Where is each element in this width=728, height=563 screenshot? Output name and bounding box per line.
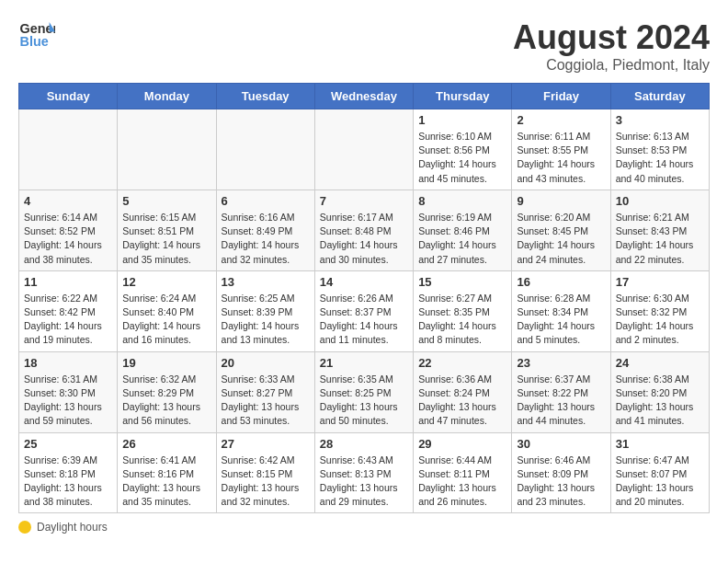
day-number: 29	[418, 437, 506, 451]
day-info: Sunrise: 6:31 AM Sunset: 8:30 PM Dayligh…	[24, 373, 112, 429]
calendar-cell: 28Sunrise: 6:43 AM Sunset: 8:13 PM Dayli…	[314, 432, 413, 513]
calendar-cell: 15Sunrise: 6:27 AM Sunset: 8:35 PM Dayli…	[414, 270, 512, 351]
day-number: 5	[122, 194, 210, 208]
calendar-cell: 24Sunrise: 6:38 AM Sunset: 8:20 PM Dayli…	[610, 351, 709, 432]
day-number: 9	[517, 194, 605, 208]
day-number: 23	[517, 356, 605, 370]
main-title: August 2024	[513, 18, 710, 57]
calendar-cell: 2Sunrise: 6:11 AM Sunset: 8:55 PM Daylig…	[512, 109, 610, 190]
day-info: Sunrise: 6:30 AM Sunset: 8:32 PM Dayligh…	[616, 292, 704, 348]
svg-text:Blue: Blue	[20, 34, 49, 49]
calendar-week-2: 4Sunrise: 6:14 AM Sunset: 8:52 PM Daylig…	[19, 190, 710, 270]
day-number: 1	[418, 113, 506, 127]
day-number: 7	[320, 194, 408, 208]
day-number: 19	[122, 356, 210, 370]
calendar-cell: 4Sunrise: 6:14 AM Sunset: 8:52 PM Daylig…	[19, 190, 118, 270]
day-number: 22	[418, 356, 506, 370]
day-info: Sunrise: 6:39 AM Sunset: 8:18 PM Dayligh…	[24, 454, 112, 510]
calendar-table: SundayMondayTuesdayWednesdayThursdayFrid…	[18, 83, 710, 513]
day-number: 6	[222, 194, 310, 208]
calendar-cell: 30Sunrise: 6:46 AM Sunset: 8:09 PM Dayli…	[512, 432, 610, 513]
calendar-week-1: 1Sunrise: 6:10 AM Sunset: 8:56 PM Daylig…	[19, 109, 710, 190]
day-info: Sunrise: 6:16 AM Sunset: 8:49 PM Dayligh…	[222, 211, 310, 267]
day-info: Sunrise: 6:10 AM Sunset: 8:56 PM Dayligh…	[418, 130, 506, 186]
day-info: Sunrise: 6:22 AM Sunset: 8:42 PM Dayligh…	[24, 292, 112, 348]
calendar-cell: 17Sunrise: 6:30 AM Sunset: 8:32 PM Dayli…	[610, 270, 709, 351]
day-info: Sunrise: 6:21 AM Sunset: 8:43 PM Dayligh…	[616, 211, 704, 267]
col-header-wednesday: Wednesday	[314, 84, 413, 109]
calendar-cell: 29Sunrise: 6:44 AM Sunset: 8:11 PM Dayli…	[414, 432, 512, 513]
calendar-week-4: 18Sunrise: 6:31 AM Sunset: 8:30 PM Dayli…	[19, 351, 710, 432]
day-info: Sunrise: 6:25 AM Sunset: 8:39 PM Dayligh…	[222, 292, 310, 348]
logo-icon: General Blue	[18, 18, 55, 52]
calendar-cell: 31Sunrise: 6:47 AM Sunset: 8:07 PM Dayli…	[610, 432, 709, 513]
logo: General Blue	[18, 18, 57, 52]
day-number: 2	[517, 113, 605, 127]
day-number: 8	[418, 194, 506, 208]
col-header-tuesday: Tuesday	[216, 84, 314, 109]
day-info: Sunrise: 6:28 AM Sunset: 8:34 PM Dayligh…	[517, 292, 605, 348]
calendar-cell: 26Sunrise: 6:41 AM Sunset: 8:16 PM Dayli…	[118, 432, 216, 513]
sun-icon	[18, 521, 31, 534]
day-info: Sunrise: 6:13 AM Sunset: 8:53 PM Dayligh…	[616, 130, 704, 186]
calendar-week-5: 25Sunrise: 6:39 AM Sunset: 8:18 PM Dayli…	[19, 432, 710, 513]
col-header-saturday: Saturday	[610, 84, 709, 109]
day-info: Sunrise: 6:14 AM Sunset: 8:52 PM Dayligh…	[24, 211, 112, 267]
title-block: August 2024 Coggiola, Piedmont, Italy	[513, 18, 710, 74]
day-number: 11	[24, 275, 112, 289]
calendar-cell: 14Sunrise: 6:26 AM Sunset: 8:37 PM Dayli…	[314, 270, 413, 351]
day-info: Sunrise: 6:20 AM Sunset: 8:45 PM Dayligh…	[517, 211, 605, 267]
calendar-cell: 13Sunrise: 6:25 AM Sunset: 8:39 PM Dayli…	[216, 270, 314, 351]
day-number: 13	[222, 275, 310, 289]
day-number: 3	[616, 113, 704, 127]
day-number: 25	[24, 437, 112, 451]
calendar-cell: 27Sunrise: 6:42 AM Sunset: 8:15 PM Dayli…	[216, 432, 314, 513]
subtitle: Coggiola, Piedmont, Italy	[513, 57, 710, 74]
calendar-cell: 21Sunrise: 6:35 AM Sunset: 8:25 PM Dayli…	[314, 351, 413, 432]
day-info: Sunrise: 6:11 AM Sunset: 8:55 PM Dayligh…	[517, 130, 605, 186]
day-number: 24	[616, 356, 704, 370]
day-number: 27	[222, 437, 310, 451]
day-info: Sunrise: 6:44 AM Sunset: 8:11 PM Dayligh…	[418, 454, 506, 510]
calendar-cell: 18Sunrise: 6:31 AM Sunset: 8:30 PM Dayli…	[19, 351, 118, 432]
calendar-header-row: SundayMondayTuesdayWednesdayThursdayFrid…	[19, 84, 710, 109]
day-info: Sunrise: 6:27 AM Sunset: 8:35 PM Dayligh…	[418, 292, 506, 348]
calendar-cell: 7Sunrise: 6:17 AM Sunset: 8:48 PM Daylig…	[314, 190, 413, 270]
day-number: 26	[122, 437, 210, 451]
day-number: 21	[320, 356, 408, 370]
day-info: Sunrise: 6:17 AM Sunset: 8:48 PM Dayligh…	[320, 211, 408, 267]
day-number: 15	[418, 275, 506, 289]
day-number: 10	[616, 194, 704, 208]
page-header: General Blue August 2024 Coggiola, Piedm…	[18, 18, 710, 74]
day-info: Sunrise: 6:38 AM Sunset: 8:20 PM Dayligh…	[616, 373, 704, 429]
day-info: Sunrise: 6:46 AM Sunset: 8:09 PM Dayligh…	[517, 454, 605, 510]
calendar-cell: 11Sunrise: 6:22 AM Sunset: 8:42 PM Dayli…	[19, 270, 118, 351]
calendar-cell: 16Sunrise: 6:28 AM Sunset: 8:34 PM Dayli…	[512, 270, 610, 351]
day-number: 14	[320, 275, 408, 289]
col-header-sunday: Sunday	[19, 84, 118, 109]
calendar-cell: 8Sunrise: 6:19 AM Sunset: 8:46 PM Daylig…	[414, 190, 512, 270]
day-number: 28	[320, 437, 408, 451]
col-header-thursday: Thursday	[414, 84, 512, 109]
calendar-cell: 22Sunrise: 6:36 AM Sunset: 8:24 PM Dayli…	[414, 351, 512, 432]
calendar-cell	[19, 109, 118, 190]
day-info: Sunrise: 6:47 AM Sunset: 8:07 PM Dayligh…	[616, 454, 704, 510]
calendar-cell: 6Sunrise: 6:16 AM Sunset: 8:49 PM Daylig…	[216, 190, 314, 270]
day-number: 20	[222, 356, 310, 370]
day-info: Sunrise: 6:43 AM Sunset: 8:13 PM Dayligh…	[320, 454, 408, 510]
calendar-cell: 5Sunrise: 6:15 AM Sunset: 8:51 PM Daylig…	[118, 190, 216, 270]
day-number: 30	[517, 437, 605, 451]
calendar-cell: 10Sunrise: 6:21 AM Sunset: 8:43 PM Dayli…	[610, 190, 709, 270]
day-info: Sunrise: 6:35 AM Sunset: 8:25 PM Dayligh…	[320, 373, 408, 429]
calendar-cell: 9Sunrise: 6:20 AM Sunset: 8:45 PM Daylig…	[512, 190, 610, 270]
calendar-cell: 12Sunrise: 6:24 AM Sunset: 8:40 PM Dayli…	[118, 270, 216, 351]
day-number: 16	[517, 275, 605, 289]
calendar-week-3: 11Sunrise: 6:22 AM Sunset: 8:42 PM Dayli…	[19, 270, 710, 351]
calendar-cell: 3Sunrise: 6:13 AM Sunset: 8:53 PM Daylig…	[610, 109, 709, 190]
calendar-cell: 19Sunrise: 6:32 AM Sunset: 8:29 PM Dayli…	[118, 351, 216, 432]
day-number: 12	[122, 275, 210, 289]
day-number: 17	[616, 275, 704, 289]
day-number: 4	[24, 194, 112, 208]
day-info: Sunrise: 6:36 AM Sunset: 8:24 PM Dayligh…	[418, 373, 506, 429]
col-header-friday: Friday	[512, 84, 610, 109]
